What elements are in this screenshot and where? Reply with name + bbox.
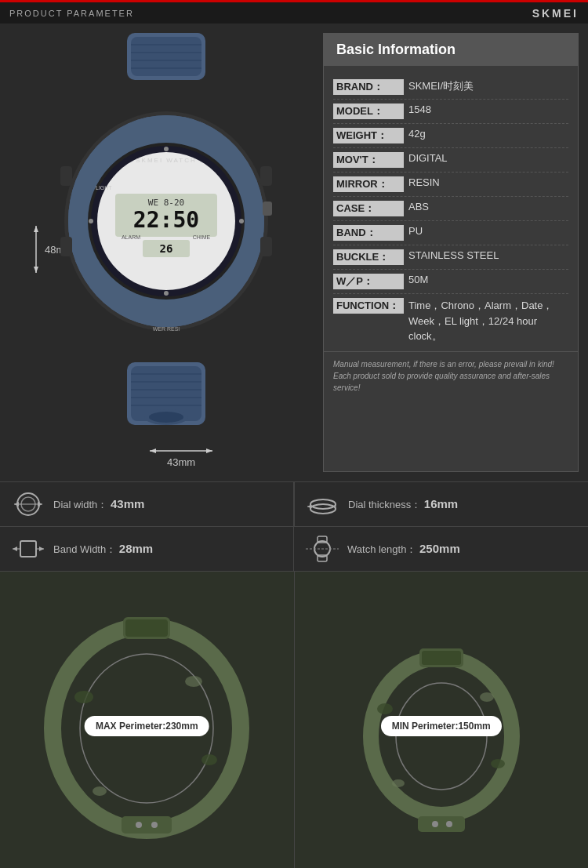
info-value-3: DIGITAL: [404, 152, 568, 164]
dim-text-1: Dial thickness： 16mm: [348, 497, 458, 512]
main-section: 48mm: [0, 24, 588, 481]
svg-rect-20: [263, 202, 272, 216]
svg-point-80: [93, 786, 107, 796]
info-value-6: PU: [404, 225, 568, 237]
dim-cell-1: Dial thickness： 16mm: [294, 482, 588, 527]
svg-text:22:50: 22:50: [133, 207, 199, 233]
svg-marker-2: [34, 267, 38, 273]
svg-marker-66: [39, 547, 44, 551]
svg-text:SKMEI WATCH: SKMEI WATCH: [136, 157, 197, 164]
svg-rect-75: [122, 816, 172, 833]
svg-point-32: [164, 147, 169, 151]
svg-text:LIGHT: LIGHT: [96, 185, 112, 191]
svg-point-92: [480, 692, 494, 702]
svg-point-91: [392, 779, 405, 787]
svg-rect-86: [418, 816, 465, 832]
svg-marker-60: [307, 505, 310, 508]
info-label-0: BRAND：: [333, 79, 404, 95]
bottom-image-area: MAX Perimeter:230mm: [0, 571, 588, 868]
info-row-6: BAND： PU: [333, 221, 568, 245]
svg-rect-62: [20, 541, 36, 557]
svg-marker-65: [13, 547, 17, 551]
svg-rect-18: [260, 166, 272, 186]
dim-text-2: Band Width： 28mm: [53, 542, 153, 557]
svg-point-78: [74, 691, 93, 703]
info-label-9: FUNCTION：: [333, 298, 404, 314]
disclaimer: Manual measurement, if there is an error…: [324, 351, 578, 401]
dial-width-icon: [11, 490, 45, 518]
svg-point-81: [185, 676, 202, 687]
max-perimeter-half: MAX Perimeter:230mm: [0, 572, 294, 868]
dim-text-3: Watch length： 250mm: [347, 542, 460, 557]
svg-text:WE 8-20: WE 8-20: [148, 198, 184, 208]
svg-point-89: [377, 703, 393, 714]
info-label-8: W／P：: [333, 274, 404, 289]
info-row-1: MODEL： 1548: [333, 100, 568, 124]
info-label-7: BUCKLE：: [333, 249, 404, 265]
basic-info-heading: Basic Information: [336, 42, 565, 58]
header-brand: SKMEI: [532, 7, 579, 20]
info-label-5: CASE：: [333, 201, 404, 216]
dim-cell-0: Dial width： 43mm: [0, 482, 294, 527]
svg-text:ALARM: ALARM: [122, 234, 140, 240]
width-arrows-icon: [150, 445, 212, 456]
info-row-9: FUNCTION： Time，Chrono，Alarm，Date，Week，EL…: [333, 294, 568, 348]
svg-point-90: [491, 759, 505, 768]
info-value-4: RESIN: [404, 176, 568, 188]
info-row-0: BRAND： SKMEI/时刻美: [333, 75, 568, 100]
info-label-6: BAND：: [333, 225, 404, 241]
svg-point-76: [136, 822, 142, 828]
info-value-2: 42g: [404, 128, 568, 140]
svg-point-77: [151, 822, 158, 828]
info-row-7: BUCKLE： STAINLESS STEEL: [333, 245, 568, 270]
info-row-8: W／P： 50M: [333, 270, 568, 294]
svg-marker-1: [34, 226, 38, 232]
info-row-2: WEIGHT： 42g: [333, 124, 568, 148]
header-title: PRODUCT PARAMETER: [9, 9, 134, 18]
svg-text:WER RESI: WER RESI: [153, 326, 180, 332]
info-value-5: ABS: [404, 201, 568, 212]
watch-image-area: 48mm: [9, 33, 315, 472]
dim-cell-3: Watch length： 250mm: [294, 527, 588, 571]
info-value-9: Time，Chrono，Alarm，Date，Week，EL light，12/…: [404, 298, 568, 344]
svg-marker-48: [150, 449, 156, 453]
svg-rect-17: [60, 237, 72, 256]
svg-text:26: 26: [160, 242, 173, 255]
disclaimer-line1: Manual measurement, if there is an error…: [333, 360, 554, 369]
svg-point-34: [89, 219, 93, 223]
info-row-4: MIRROR： RESIN: [333, 173, 568, 197]
svg-rect-74: [125, 619, 168, 637]
svg-point-45: [149, 412, 183, 423]
header-bar: PRODUCT PARAMETER SKMEI: [0, 0, 588, 24]
svg-marker-54: [38, 502, 42, 507]
min-perimeter-half: MIN Perimeter:150mm: [294, 572, 589, 868]
svg-point-88: [446, 821, 452, 827]
dial-thickness-icon: [306, 490, 340, 518]
band-width-icon: [11, 535, 45, 563]
info-table: BRAND： SKMEI/时刻美 MODEL： 1548 WEIGHT： 42g…: [324, 72, 578, 351]
svg-point-79: [201, 754, 217, 765]
width-dimension: 43mm: [150, 445, 212, 468]
svg-rect-4: [131, 37, 201, 76]
perimeter-panel: MAX Perimeter:230mm: [0, 572, 588, 868]
info-panel: Basic Information BRAND： SKMEI/时刻美 MODEL…: [323, 33, 579, 472]
max-perimeter-label: MAX Perimeter:230mm: [85, 716, 209, 736]
svg-point-87: [432, 821, 438, 827]
svg-rect-19: [260, 237, 272, 256]
watch-illustration: 22:50 WE 8-20 26 ALARM CHIME SKMEI WATCH…: [53, 33, 280, 425]
dims-strip: Dial width： 43mm Dial thickness： 16mm Ba…: [0, 481, 588, 571]
height-arrows-icon: [31, 226, 42, 273]
dim-text-0: Dial width： 43mm: [53, 497, 144, 512]
min-perimeter-label: MIN Perimeter:150mm: [381, 716, 502, 736]
svg-point-33: [164, 291, 169, 296]
svg-point-35: [239, 219, 244, 223]
info-label-2: WEIGHT：: [333, 128, 404, 143]
svg-rect-16: [60, 166, 72, 186]
info-row-3: MOV'T： DIGITAL: [333, 148, 568, 173]
info-panel-header: Basic Information: [324, 34, 578, 66]
svg-marker-53: [14, 502, 19, 507]
info-row-5: CASE： ABS: [333, 197, 568, 221]
svg-marker-49: [206, 449, 212, 453]
watch-length-icon: [305, 535, 339, 563]
info-value-7: STAINLESS STEEL: [404, 249, 568, 261]
